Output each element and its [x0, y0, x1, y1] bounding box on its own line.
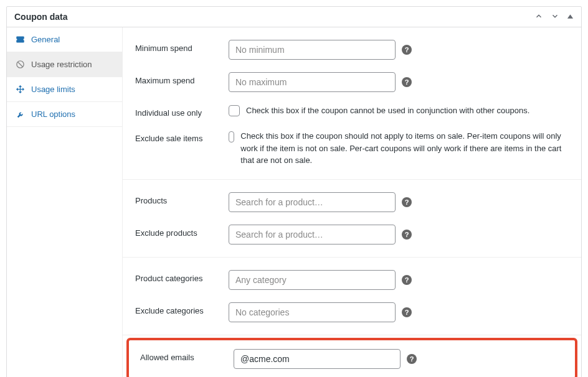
tab-general[interactable]: General: [7, 27, 122, 52]
panel-header: Coupon data: [7, 7, 581, 27]
tab-usage-restriction-label: Usage restriction: [31, 60, 92, 69]
highlight-allowed-emails: Allowed emails ?: [126, 338, 577, 378]
input-max-spend[interactable]: [229, 72, 396, 92]
label-exclude-sale: Exclude sale items: [135, 130, 229, 143]
desc-individual-use: Check this box if the coupon cannot be u…: [246, 105, 529, 117]
panel-move-down-icon[interactable]: [551, 12, 559, 22]
panel-body: General Usage restriction Usage limits U…: [7, 27, 581, 377]
tab-usage-restriction[interactable]: Usage restriction: [7, 52, 122, 77]
input-min-spend[interactable]: [229, 40, 396, 60]
svg-line-2: [17, 62, 22, 67]
help-icon[interactable]: ?: [402, 275, 412, 285]
row-exclude-products: Exclude products ?: [123, 218, 581, 251]
tab-general-label: General: [31, 35, 60, 44]
label-exclude-categories: Exclude categories: [135, 302, 229, 315]
row-product-categories: Product categories ?: [123, 264, 581, 296]
tab-usage-limits-label: Usage limits: [31, 85, 75, 94]
input-allowed-emails[interactable]: [234, 349, 401, 369]
help-icon[interactable]: ?: [402, 45, 412, 55]
section-spend: Minimum spend ? Maximum spend ? Individu…: [123, 27, 581, 180]
panel-move-up-icon[interactable]: [534, 12, 543, 22]
label-individual-use: Individual use only: [135, 105, 229, 118]
section-products: Products ? Exclude products ?: [123, 180, 581, 258]
checkbox-individual-use[interactable]: [229, 105, 240, 116]
tab-url-options-label: URL options: [31, 109, 75, 119]
input-exclude-categories[interactable]: [229, 302, 396, 322]
arrows-icon: [16, 85, 25, 94]
input-exclude-products[interactable]: [229, 225, 396, 244]
panel-title: Coupon data: [14, 12, 68, 22]
checkbox-exclude-sale[interactable]: [229, 131, 234, 142]
panel-controls: [534, 12, 574, 22]
label-exclude-products: Exclude products: [135, 225, 229, 238]
row-exclude-categories: Exclude categories ?: [123, 296, 581, 328]
label-min-spend: Minimum spend: [135, 40, 229, 53]
row-allowed-emails: Allowed emails ?: [129, 340, 575, 378]
ticket-icon: [16, 35, 25, 44]
label-product-categories: Product categories: [135, 270, 229, 283]
help-icon[interactable]: ?: [407, 354, 417, 364]
help-icon[interactable]: ?: [402, 307, 412, 317]
label-products: Products: [135, 192, 229, 205]
coupon-data-panel: Coupon data General: [6, 6, 582, 377]
row-max-spend: Maximum spend ?: [123, 66, 581, 98]
label-allowed-emails: Allowed emails: [140, 349, 234, 362]
panel-toggle-icon[interactable]: [567, 12, 574, 21]
row-min-spend: Minimum spend ?: [123, 34, 581, 66]
tabs-nav: General Usage restriction Usage limits U…: [7, 27, 123, 377]
label-max-spend: Maximum spend: [135, 72, 229, 85]
tab-usage-limits[interactable]: Usage limits: [7, 77, 122, 102]
help-icon[interactable]: ?: [402, 197, 412, 207]
input-products[interactable]: [229, 192, 396, 212]
row-products: Products ?: [123, 186, 581, 218]
block-icon: [16, 60, 25, 69]
tab-content: Minimum spend ? Maximum spend ? Individu…: [123, 27, 581, 377]
input-product-categories[interactable]: [229, 270, 396, 290]
row-exclude-sale: Exclude sale items Check this box if the…: [123, 124, 581, 173]
row-individual-use: Individual use only Check this box if th…: [123, 98, 581, 124]
desc-exclude-sale: Check this box if the coupon should not …: [240, 130, 569, 167]
tab-url-options[interactable]: URL options: [7, 102, 122, 127]
svg-marker-0: [567, 14, 573, 18]
help-icon[interactable]: ?: [402, 77, 412, 87]
wrench-icon: [16, 109, 25, 119]
help-icon[interactable]: ?: [402, 230, 412, 240]
section-categories: Product categories ? Exclude categories …: [123, 258, 581, 335]
